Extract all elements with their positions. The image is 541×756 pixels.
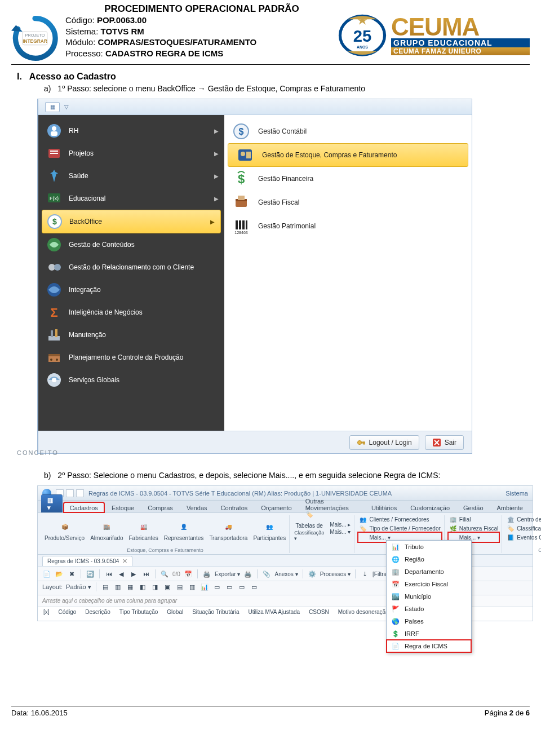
left-menu-item[interactable]: Integração — [38, 278, 224, 301]
mais-bottom-button[interactable]: Mais... ▾ — [330, 529, 351, 535]
ribbon-big-button[interactable]: 🏭Fabricantes — [129, 519, 158, 541]
ribbon-big-button[interactable]: 🏬Almoxarifado — [90, 519, 123, 541]
grid-column-header[interactable]: Global — [167, 609, 183, 615]
tab-contratos[interactable]: Contratos — [215, 502, 254, 512]
logout-login-button[interactable]: Logout / Login — [349, 435, 419, 450]
new-icon[interactable]: 📄 — [42, 569, 51, 578]
left-menu-item[interactable]: RH ▶ — [38, 120, 224, 142]
ribbon-big-button[interactable]: 🚚Transportadora — [209, 519, 247, 541]
sair-button[interactable]: Sair — [425, 435, 464, 450]
ribbon-small-button[interactable]: 🏛️Centro de Custo — [507, 515, 541, 523]
delete-icon[interactable]: ✖ — [67, 569, 76, 578]
grid-column-header[interactable]: CSOSN — [309, 609, 329, 615]
left-menu-item[interactable]: F(x) Educacional ▶ — [38, 187, 224, 210]
tab-orcamento[interactable]: Orçamento — [255, 502, 298, 512]
layout-ico-8[interactable]: ▥ — [188, 582, 197, 591]
grid-column-header[interactable]: Situação Tributária — [192, 609, 239, 615]
left-menu-item[interactable]: Serviços Globais — [38, 369, 224, 391]
right-menu-item[interactable]: $ Gestão Financeira — [224, 167, 472, 191]
ribbon-small-button[interactable]: 📘Eventos Contábeis — [507, 533, 541, 541]
last-icon[interactable]: ⏭ — [141, 569, 150, 578]
processos-button[interactable]: Processos ▾ — [320, 571, 351, 577]
tab-estoque[interactable]: Estoque — [105, 502, 140, 512]
ribbon-big-button[interactable]: 👥Participantes — [253, 519, 286, 541]
mais-menu-item[interactable]: 🏙️Município — [387, 590, 471, 603]
left-menu-item[interactable]: Saúde ▶ — [38, 165, 224, 187]
layout-ico-5[interactable]: ◨ — [150, 582, 159, 591]
layout-ico-3[interactable]: ▦ — [126, 582, 135, 591]
layout-ico-1[interactable]: ▤ — [101, 582, 110, 591]
mais-top-button[interactable]: Mais... ▸ — [330, 521, 351, 528]
attach-icon[interactable]: 📎 — [262, 569, 271, 578]
mais-item-regra-de-icms[interactable]: 📄Regra de ICMS — [387, 640, 471, 652]
dropdown-icon[interactable]: ▽ — [64, 104, 69, 110]
layout-ico-10[interactable]: ▭ — [225, 582, 234, 591]
exportar-button[interactable]: Exportar ▾ — [215, 571, 241, 577]
mais-menu-item[interactable]: 🚩Estado — [387, 603, 471, 615]
printer-icon[interactable]: 🖨️ — [243, 569, 252, 578]
layout-ico-9[interactable]: ▭ — [212, 582, 221, 591]
left-menu-item[interactable]: Σ Inteligência de Negócios — [38, 301, 224, 324]
grid-column-header[interactable]: Utiliza MVA Ajustada — [249, 609, 300, 615]
funnel-icon[interactable]: ⤓ — [360, 569, 369, 578]
layout-select[interactable]: Padrão ▾ — [66, 583, 91, 591]
tabelas-classificacao-button[interactable]: 🏷️ Tabelas de Classificação ▾ — [294, 507, 324, 541]
tab-gestao[interactable]: Gestão — [457, 502, 489, 512]
layout-ico-11[interactable]: ▭ — [237, 582, 246, 591]
left-menu-item[interactable]: Projetos ▶ — [38, 142, 224, 165]
grid-column-header[interactable]: Descrição — [85, 609, 110, 615]
ribbon-small-button[interactable]: 👥Clientes / Fornecedores — [359, 515, 440, 523]
grid-column-header[interactable]: Tipo Tributação — [119, 609, 158, 615]
left-menu-item[interactable]: Gestão do Relacionamento com o Cliente — [38, 256, 224, 278]
tab-ambiente[interactable]: Ambiente — [491, 502, 529, 512]
first-icon[interactable]: ⏮ — [104, 569, 113, 578]
left-menu-item[interactable]: Gestão de Conteúdos — [38, 233, 224, 256]
tab-cadastros[interactable]: Cadastros — [64, 502, 104, 512]
layout-ico-4[interactable]: ◧ — [138, 582, 147, 591]
prev-icon[interactable]: ◀ — [117, 569, 126, 578]
app-tab[interactable]: ▥ ▾ — [41, 494, 63, 512]
mais-menu-item[interactable]: 💲IRRF — [387, 627, 471, 640]
ribbon-big-button[interactable]: 👤Representantes — [164, 519, 204, 541]
ribbon-big-button[interactable]: 📦Produto/Serviço — [45, 519, 85, 541]
calendar-icon[interactable]: 📅 — [184, 569, 193, 578]
gear-icon[interactable]: ⚙️ — [308, 569, 317, 578]
tab-compras[interactable]: Compras — [141, 502, 179, 512]
mais-menu-item[interactable]: 🏢Departamento — [387, 565, 471, 578]
grid-column-header[interactable]: [x] — [43, 609, 50, 615]
mais-menu-item[interactable]: 🌎Países — [387, 615, 471, 627]
right-menu-item[interactable]: Gestão Fiscal — [224, 191, 472, 214]
close-tab-icon[interactable]: ✕ — [122, 558, 127, 565]
layout-ico-6[interactable]: ▣ — [163, 582, 172, 591]
mais-menu-item[interactable]: 📊Tributo — [387, 541, 471, 553]
tab-utilitarios[interactable]: Utilitários — [365, 502, 403, 512]
right-menu-item[interactable]: $ Gestão Contábil — [224, 120, 472, 143]
next-icon[interactable]: ▶ — [129, 569, 138, 578]
search-icon[interactable]: 🔍 — [160, 569, 169, 578]
tab-customizacao[interactable]: Customização — [404, 502, 456, 512]
mais-menu-item[interactable]: 📅Exercício Fiscal — [387, 578, 471, 590]
chart-icon[interactable]: 📊 — [200, 582, 209, 591]
qat-redo-icon[interactable] — [76, 489, 84, 497]
mais-menu-item[interactable]: 🌐Região — [387, 553, 471, 565]
layout-ico-7[interactable]: ▤ — [175, 582, 184, 591]
document-tab[interactable]: Regras de ICMS - 03.9.0504 ✕ — [42, 556, 132, 566]
left-menu-item[interactable]: Planejamento e Controle da Produção — [38, 346, 224, 369]
right-menu-item[interactable]: Gestão de Estoque, Compras e Faturamento — [228, 143, 468, 167]
grid-column-header[interactable]: Código — [59, 609, 77, 615]
tab-grid-icon[interactable]: ▦ — [45, 102, 60, 112]
print-preview-icon[interactable]: 🖨️ — [202, 569, 211, 578]
open-icon[interactable]: 📂 — [55, 569, 64, 578]
ribbon-small-button[interactable]: 🏢Filial — [449, 515, 498, 523]
ribbon-small-button[interactable]: 🏷️Classificação Centro de Custo — [507, 524, 541, 532]
layout-ico-2[interactable]: ▥ — [113, 582, 122, 591]
anexos-button[interactable]: Anexos ▾ — [274, 571, 298, 577]
sistema-label[interactable]: Sistema — [505, 490, 528, 497]
layout-ico-12[interactable]: ▭ — [250, 582, 259, 591]
refresh-icon[interactable]: 🔄 — [86, 569, 95, 578]
left-menu-item[interactable]: Manutenção — [38, 324, 224, 346]
ribbon-small-button[interactable]: 🏷️Tipo de Cliente / Fornecedor — [359, 524, 440, 532]
left-menu-item[interactable]: $ BackOffice ▶ — [42, 210, 221, 233]
tab-vendas[interactable]: Vendas — [180, 502, 214, 512]
qat-undo-icon[interactable] — [66, 489, 74, 497]
